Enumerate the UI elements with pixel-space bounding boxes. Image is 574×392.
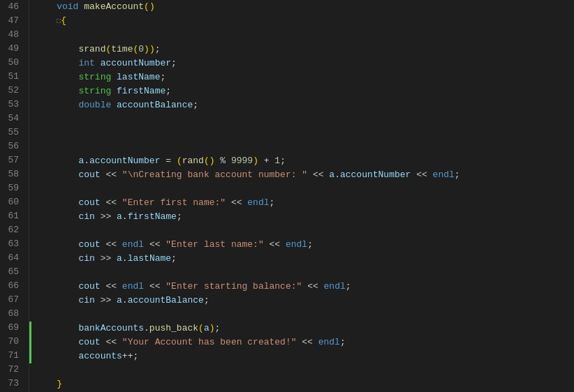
token: srand (78, 44, 105, 54)
token: lastName (128, 253, 171, 264)
line-number: 70 (6, 335, 23, 349)
token: endl (247, 197, 269, 208)
code-line (29, 112, 574, 126)
token: ; (177, 211, 182, 222)
token: ; (160, 72, 165, 82)
token (35, 197, 78, 208)
token: "Enter starting balance:" (165, 281, 302, 292)
token: a (117, 253, 122, 264)
token: endl (433, 169, 455, 180)
code-line (29, 29, 574, 43)
token: << (144, 281, 165, 292)
code-line: accounts++; (29, 349, 574, 363)
token: a (204, 323, 209, 333)
code-line: cin >> a.firstName; (29, 210, 574, 224)
code-content: a.accountNumber = (rand() % 9999) + 1; (29, 154, 574, 168)
line-number: 72 (6, 363, 23, 377)
token: accountNumber (101, 58, 171, 68)
token (35, 295, 78, 306)
token: "Enter first name:" (122, 197, 226, 208)
line-number: 51 (6, 70, 23, 84)
code-line (29, 126, 574, 140)
code-line: cin >> a.accountBalance; (29, 294, 574, 308)
code-content (29, 112, 574, 126)
token: ) (144, 44, 149, 54)
token: ++; (122, 351, 138, 361)
line-number: 59 (6, 181, 23, 195)
token: ; (340, 337, 346, 347)
code-area: void makeAccount() □{ srand(time(0)); in… (29, 0, 574, 392)
token: "\nCreating bank account number: " (122, 169, 307, 180)
token: = (160, 156, 176, 166)
code-content: srand(time(0)); (29, 43, 574, 56)
code-content: □{ (29, 14, 574, 29)
token: << (101, 197, 122, 208)
token: % (215, 156, 231, 166)
code-line: cout << "Your Account has been created!"… (29, 336, 574, 349)
line-number: 54 (6, 112, 23, 126)
token (35, 281, 78, 292)
token: accountNumber (340, 169, 411, 180)
line-number: 68 (6, 307, 23, 321)
token: ; (155, 44, 161, 54)
token: endl (286, 239, 307, 250)
code-content: cin >> a.firstName; (29, 210, 574, 224)
code-content (29, 182, 574, 196)
token: 1 (274, 156, 280, 166)
token: () (204, 156, 215, 166)
token: ; (280, 156, 286, 166)
line-number: 52 (6, 84, 23, 98)
code-line (29, 224, 574, 238)
token: string (78, 72, 111, 82)
token: ; (204, 295, 209, 306)
code-content: string firstName; (29, 84, 574, 98)
token: ; (215, 323, 221, 333)
token: time (111, 44, 133, 54)
token: () (144, 1, 155, 12)
token: << (307, 169, 329, 180)
line-number: 58 (6, 167, 23, 181)
token: cin (78, 253, 94, 264)
code-content: } (29, 377, 574, 391)
code-line: cout << "\nCreating bank account number:… (29, 168, 574, 182)
code-content (29, 266, 574, 280)
code-content: cout << "Your Account has been created!"… (29, 336, 574, 349)
token: lastName (117, 72, 160, 82)
code-line: srand(time(0)); (29, 43, 574, 56)
code-editor: 4647484950515253545556575859606162636465… (0, 0, 574, 392)
code-content (29, 29, 574, 43)
code-content (29, 308, 574, 322)
code-content: string lastName; (29, 70, 574, 84)
token: << (101, 337, 122, 347)
line-numbers: 4647484950515253545556575859606162636465… (0, 0, 29, 392)
token (111, 86, 117, 96)
token (35, 15, 57, 26)
token: cin (78, 295, 94, 306)
token: << (101, 239, 122, 250)
token: << (297, 337, 318, 347)
token: accountBalance (117, 100, 193, 110)
token (35, 323, 78, 333)
line-number: 57 (6, 153, 23, 167)
line-number: 60 (6, 195, 23, 209)
token: . (122, 253, 128, 264)
token: endl (122, 281, 144, 292)
code-line: string lastName; (29, 70, 574, 84)
token (35, 253, 78, 264)
token: . (122, 211, 128, 222)
line-number: 71 (6, 349, 23, 363)
code-line (29, 363, 574, 377)
line-number: 50 (6, 56, 23, 70)
code-line: int accountNumber; (29, 56, 574, 70)
line-number: 47 (6, 14, 23, 28)
line-number: 46 (6, 0, 23, 14)
code-line: } (29, 377, 574, 391)
token: "Your Account has been created!" (122, 337, 297, 347)
token (35, 239, 78, 250)
code-line: cin >> a.lastName; (29, 252, 574, 266)
code-line: string firstName; (29, 84, 574, 98)
token: { (61, 15, 66, 26)
code-content: double accountBalance; (29, 98, 574, 112)
token: << (264, 239, 286, 250)
token: a (117, 295, 122, 306)
